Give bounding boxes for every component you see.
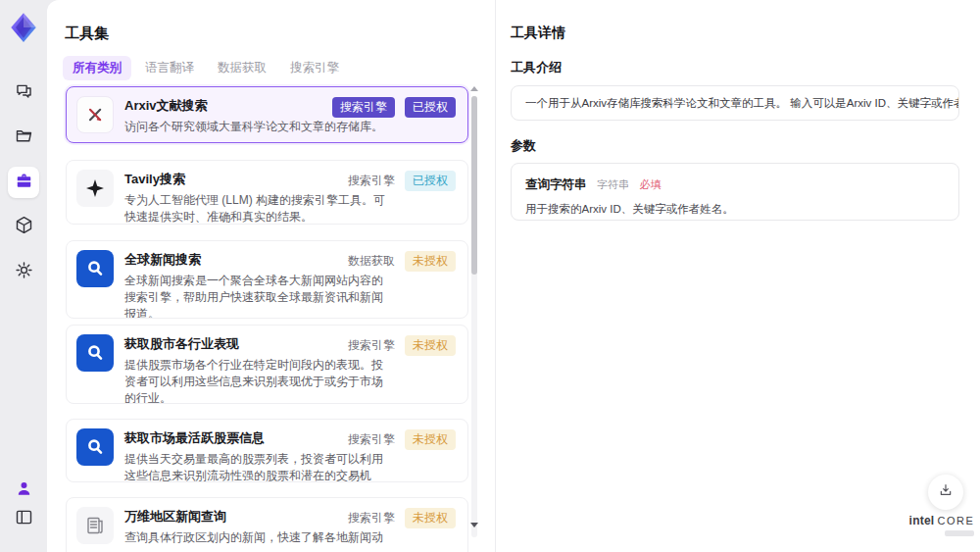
blue-search-icon [76,250,114,287]
category-badge: 搜索引擎 [348,335,395,356]
tool-card-regional-news[interactable]: 万维地区新闻查询 查询具体行政区划内的新闻，快速了解各地新闻动 搜索引擎 未授权 [66,497,468,552]
tool-card-sector-performance[interactable]: 获取股市各行业表现 提供股票市场各个行业在特定时间段内的表现。投资者可以利用这些… [66,325,468,404]
blue-search-icon [76,428,114,466]
intro-card: 一个用于从Arxiv存储库搜索科学论文和文章的工具。 输入可以是Arxiv ID… [511,85,959,121]
gear-icon [14,260,34,284]
intel-logo-text: intel [909,514,935,527]
scroll-up-arrow-icon[interactable] [470,86,478,91]
parameter-required-label: 必填 [639,178,661,190]
parameter-type: 字符串 [597,178,629,190]
app-gem-logo [7,11,40,44]
main-surface: 工具集 所有类别 语言翻译 数据获取 搜索引擎 Arxiv文献搜索 访问各个研究… [47,0,980,552]
intro-text: 一个用于从Arxiv存储库搜索科学论文和文章的工具。 输入可以是Arxiv ID… [525,97,959,109]
tab-search-engine[interactable]: 搜索引擎 [280,56,349,80]
tool-card-arxiv[interactable]: Arxiv文献搜索 访问各个研究领域大量科学论文和文章的存储库。 搜索引擎 已授… [66,86,468,143]
parameter-description: 用于搜索的Arxiv ID、关键字或作者姓名。 [525,202,945,217]
parameter-card: 查询字符串 字符串 必填 用于搜索的Arxiv ID、关键字或作者姓名。 [511,163,959,221]
folder-icon [14,125,34,150]
left-nav-rail [0,0,47,552]
tool-description: 查询具体行政区划内的新闻，快速了解各地新闻动 [124,529,387,546]
tool-card-most-active-stocks[interactable]: 获取市场最活跃股票信息 提供当天交易量最高的股票列表，投资者可以利用这些信息来识… [66,419,468,482]
intel-core-logo: intelcore [907,511,976,536]
nav-chat-button[interactable] [8,77,39,109]
auth-badge: 未授权 [405,251,456,272]
nav-settings-button[interactable] [8,256,39,287]
tab-data-acquisition[interactable]: 数据获取 [208,56,276,80]
auth-badge: 已授权 [405,97,456,118]
category-badge: 搜索引擎 [332,97,395,118]
arxiv-icon [76,96,114,133]
download-button[interactable] [928,475,963,510]
page-title: 工具集 [65,25,109,43]
nav-tools-button[interactable] [8,167,39,198]
auth-badge: 未授权 [405,429,456,450]
package-icon [14,215,34,239]
user-icon [14,478,34,503]
scroll-down-arrow-icon[interactable] [470,523,478,527]
tab-language-translation[interactable]: 语言翻译 [135,56,204,80]
category-badge: 搜索引擎 [348,429,395,450]
tool-card-global-news[interactable]: 全球新闻搜索 全球新闻搜索是一个聚合全球各大新闻网站内容的搜索引擎，帮助用户快速… [66,240,468,319]
intro-heading: 工具介绍 [511,59,562,76]
detail-panel-title: 工具详情 [511,25,565,42]
category-tabs: 所有类别 语言翻译 数据获取 搜索引擎 [63,56,349,80]
blue-search-icon [76,334,114,372]
category-badge: 搜索引擎 [348,508,395,528]
auth-badge: 已授权 [405,171,456,191]
tool-description: 全球新闻搜索是一个聚合全球各大新闻网站内容的搜索引擎，帮助用户快速获取全球最新资… [124,273,387,319]
category-badge: 搜索引擎 [348,171,395,191]
nav-collapse-panel-button[interactable] [8,503,39,534]
auth-badge: 未授权 [405,335,456,356]
newspaper-icon [76,507,114,544]
briefcase-icon [14,171,34,195]
tab-all-categories[interactable]: 所有类别 [63,56,131,80]
layout-panel-icon [14,507,34,531]
chat-icon [14,81,34,106]
list-scrollbar-thumb[interactable] [471,96,477,275]
tool-card-tavily[interactable]: Tavily搜索 专为人工智能代理 (LLM) 构建的搜索引擎工具。可快速提供实… [66,160,468,225]
parameter-header: 查询字符串 字符串 必填 [525,175,945,193]
nav-files-button[interactable] [8,122,39,153]
core-logo-text: core [937,515,974,527]
tool-description: 提供股票市场各个行业在特定时间段内的表现。投资者可以利用这些信息来识别表现优于或… [124,357,387,404]
parameter-name: 查询字符串 [525,177,587,191]
nav-packages-button[interactable] [8,211,39,242]
download-icon [938,482,954,502]
nav-account-button[interactable] [8,475,39,506]
category-badge: 数据获取 [348,251,395,272]
tool-description: 专为人工智能代理 (LLM) 构建的搜索引擎工具。可快速提供实时、准确和真实的结… [124,192,387,225]
core-sublabel-mark [945,530,974,536]
auth-badge: 未授权 [405,508,456,528]
params-heading: 参数 [511,137,536,155]
tool-description: 提供当天交易量最高的股票列表，投资者可以利用这些信息来识别流动性强的股票和潜在的… [124,451,387,482]
tool-description: 访问各个研究领域大量科学论文和文章的存储库。 [124,119,418,135]
tavily-star-icon [76,170,114,207]
panel-divider [495,0,496,552]
